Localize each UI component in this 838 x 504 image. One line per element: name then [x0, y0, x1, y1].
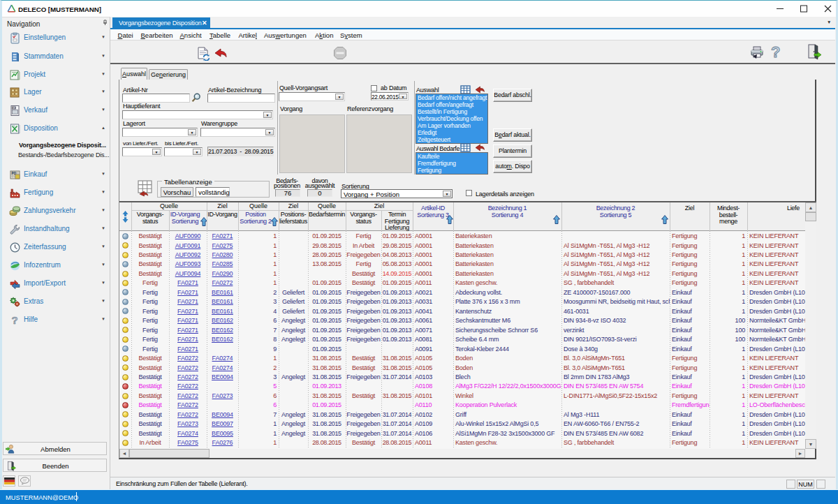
svg-text:INV: INV: [13, 107, 16, 110]
svg-text:?: ?: [11, 314, 17, 326]
svg-text:?: ?: [771, 43, 780, 60]
